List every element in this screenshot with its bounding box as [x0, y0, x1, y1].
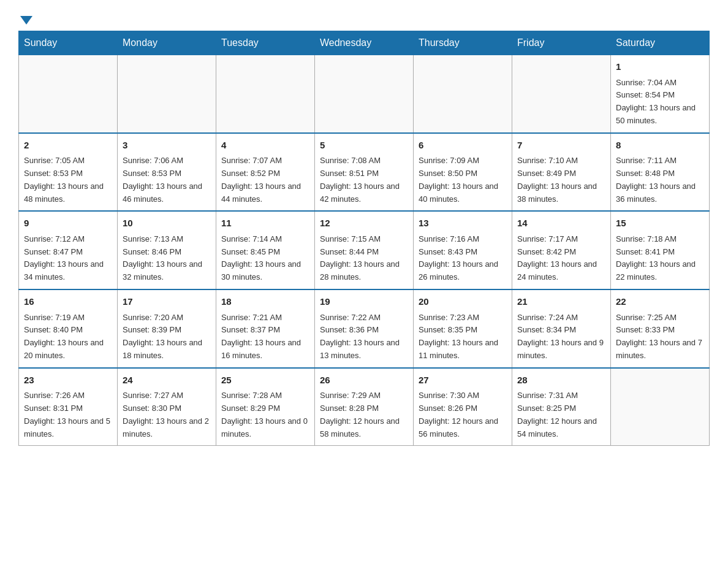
day-number: 24: [123, 373, 211, 388]
day-cell: 15Sunrise: 7:18 AM Sunset: 8:41 PM Dayli…: [611, 211, 710, 289]
day-cell: 22Sunrise: 7:25 AM Sunset: 8:33 PM Dayli…: [611, 289, 710, 368]
day-info: Sunrise: 7:13 AM Sunset: 8:46 PM Dayligh…: [123, 233, 211, 284]
day-cell: 5Sunrise: 7:08 AM Sunset: 8:51 PM Daylig…: [315, 133, 414, 212]
day-number: 5: [320, 139, 408, 153]
day-cell: 10Sunrise: 7:13 AM Sunset: 8:46 PM Dayli…: [118, 211, 216, 289]
day-info: Sunrise: 7:05 AM Sunset: 8:53 PM Dayligh…: [24, 155, 112, 205]
day-number: 4: [221, 139, 309, 153]
day-cell: 17Sunrise: 7:20 AM Sunset: 8:39 PM Dayli…: [118, 289, 216, 368]
day-info: Sunrise: 7:23 AM Sunset: 8:35 PM Dayligh…: [419, 312, 507, 362]
day-number: 10: [123, 216, 211, 231]
day-cell: [216, 55, 315, 133]
day-cell: 14Sunrise: 7:17 AM Sunset: 8:42 PM Dayli…: [512, 211, 611, 289]
day-info: Sunrise: 7:18 AM Sunset: 8:41 PM Dayligh…: [616, 233, 704, 284]
day-number: 26: [320, 373, 408, 388]
header-thursday: Thursday: [414, 31, 512, 55]
week-row-3: 9Sunrise: 7:12 AM Sunset: 8:47 PM Daylig…: [19, 211, 710, 289]
day-info: Sunrise: 7:31 AM Sunset: 8:25 PM Dayligh…: [517, 389, 605, 440]
day-number: 11: [221, 216, 309, 231]
day-number: 7: [517, 139, 605, 153]
day-number: 20: [419, 295, 507, 309]
day-number: 28: [517, 373, 605, 388]
day-cell: 20Sunrise: 7:23 AM Sunset: 8:35 PM Dayli…: [414, 289, 512, 368]
day-info: Sunrise: 7:21 AM Sunset: 8:37 PM Dayligh…: [221, 312, 309, 362]
day-number: 25: [221, 373, 309, 388]
day-cell: 1Sunrise: 7:04 AM Sunset: 8:54 PM Daylig…: [611, 55, 710, 133]
day-cell: 26Sunrise: 7:29 AM Sunset: 8:28 PM Dayli…: [315, 368, 414, 446]
day-info: Sunrise: 7:12 AM Sunset: 8:47 PM Dayligh…: [24, 233, 112, 284]
day-number: 15: [616, 216, 704, 231]
header-sunday: Sunday: [19, 31, 118, 55]
day-info: Sunrise: 7:04 AM Sunset: 8:54 PM Dayligh…: [616, 77, 704, 128]
day-cell: 24Sunrise: 7:27 AM Sunset: 8:30 PM Dayli…: [118, 368, 216, 446]
day-cell: 27Sunrise: 7:30 AM Sunset: 8:26 PM Dayli…: [414, 368, 512, 446]
day-number: 14: [517, 216, 605, 231]
day-info: Sunrise: 7:29 AM Sunset: 8:28 PM Dayligh…: [320, 389, 408, 440]
day-number: 2: [24, 139, 112, 153]
day-info: Sunrise: 7:27 AM Sunset: 8:30 PM Dayligh…: [123, 389, 211, 440]
header-row: SundayMondayTuesdayWednesdayThursdayFrid…: [19, 31, 710, 55]
logo: [18, 15, 32, 23]
calendar-table: SundayMondayTuesdayWednesdayThursdayFrid…: [18, 31, 710, 446]
day-info: Sunrise: 7:20 AM Sunset: 8:39 PM Dayligh…: [123, 312, 211, 362]
day-cell: [315, 55, 414, 133]
header-saturday: Saturday: [611, 31, 710, 55]
day-info: Sunrise: 7:30 AM Sunset: 8:26 PM Dayligh…: [419, 389, 507, 440]
header-friday: Friday: [512, 31, 611, 55]
header-wednesday: Wednesday: [315, 31, 414, 55]
day-cell: [414, 55, 512, 133]
header-tuesday: Tuesday: [216, 31, 315, 55]
day-cell: 21Sunrise: 7:24 AM Sunset: 8:34 PM Dayli…: [512, 289, 611, 368]
day-cell: 9Sunrise: 7:12 AM Sunset: 8:47 PM Daylig…: [19, 211, 118, 289]
day-cell: [19, 55, 118, 133]
day-info: Sunrise: 7:24 AM Sunset: 8:34 PM Dayligh…: [517, 312, 605, 362]
day-number: 3: [123, 139, 211, 153]
day-cell: 3Sunrise: 7:06 AM Sunset: 8:53 PM Daylig…: [118, 133, 216, 212]
day-cell: [611, 368, 710, 446]
day-info: Sunrise: 7:25 AM Sunset: 8:33 PM Dayligh…: [616, 312, 704, 362]
week-row-4: 16Sunrise: 7:19 AM Sunset: 8:40 PM Dayli…: [19, 289, 710, 368]
day-info: Sunrise: 7:16 AM Sunset: 8:43 PM Dayligh…: [419, 233, 507, 284]
day-number: 22: [616, 295, 704, 309]
day-cell: 18Sunrise: 7:21 AM Sunset: 8:37 PM Dayli…: [216, 289, 315, 368]
day-info: Sunrise: 7:06 AM Sunset: 8:53 PM Dayligh…: [123, 155, 211, 205]
day-info: Sunrise: 7:15 AM Sunset: 8:44 PM Dayligh…: [320, 233, 408, 284]
day-info: Sunrise: 7:17 AM Sunset: 8:42 PM Dayligh…: [517, 233, 605, 284]
day-number: 16: [24, 295, 112, 309]
day-info: Sunrise: 7:26 AM Sunset: 8:31 PM Dayligh…: [24, 389, 112, 440]
day-number: 21: [517, 295, 605, 309]
day-cell: 8Sunrise: 7:11 AM Sunset: 8:48 PM Daylig…: [611, 133, 710, 212]
day-cell: 13Sunrise: 7:16 AM Sunset: 8:43 PM Dayli…: [414, 211, 512, 289]
day-cell: 4Sunrise: 7:07 AM Sunset: 8:52 PM Daylig…: [216, 133, 315, 212]
day-cell: 7Sunrise: 7:10 AM Sunset: 8:49 PM Daylig…: [512, 133, 611, 212]
day-info: Sunrise: 7:07 AM Sunset: 8:52 PM Dayligh…: [221, 155, 309, 205]
day-info: Sunrise: 7:14 AM Sunset: 8:45 PM Dayligh…: [221, 233, 309, 284]
day-info: Sunrise: 7:19 AM Sunset: 8:40 PM Dayligh…: [24, 312, 112, 362]
day-number: 27: [419, 373, 507, 388]
day-number: 12: [320, 216, 408, 231]
day-cell: 19Sunrise: 7:22 AM Sunset: 8:36 PM Dayli…: [315, 289, 414, 368]
week-row-1: 1Sunrise: 7:04 AM Sunset: 8:54 PM Daylig…: [19, 55, 710, 133]
day-number: 1: [616, 60, 704, 74]
day-info: Sunrise: 7:09 AM Sunset: 8:50 PM Dayligh…: [419, 155, 507, 205]
week-row-2: 2Sunrise: 7:05 AM Sunset: 8:53 PM Daylig…: [19, 133, 710, 212]
day-number: 6: [419, 139, 507, 153]
day-number: 8: [616, 139, 704, 153]
day-number: 9: [24, 216, 112, 231]
page-header: [18, 15, 710, 23]
logo-arrow-icon: [20, 16, 32, 25]
day-cell: 2Sunrise: 7:05 AM Sunset: 8:53 PM Daylig…: [19, 133, 118, 212]
day-cell: 6Sunrise: 7:09 AM Sunset: 8:50 PM Daylig…: [414, 133, 512, 212]
day-cell: 16Sunrise: 7:19 AM Sunset: 8:40 PM Dayli…: [19, 289, 118, 368]
day-cell: 28Sunrise: 7:31 AM Sunset: 8:25 PM Dayli…: [512, 368, 611, 446]
day-info: Sunrise: 7:11 AM Sunset: 8:48 PM Dayligh…: [616, 155, 704, 205]
day-cell: [118, 55, 216, 133]
day-info: Sunrise: 7:22 AM Sunset: 8:36 PM Dayligh…: [320, 312, 408, 362]
day-number: 19: [320, 295, 408, 309]
day-info: Sunrise: 7:08 AM Sunset: 8:51 PM Dayligh…: [320, 155, 408, 205]
day-number: 23: [24, 373, 112, 388]
day-number: 13: [419, 216, 507, 231]
day-cell: 11Sunrise: 7:14 AM Sunset: 8:45 PM Dayli…: [216, 211, 315, 289]
week-row-5: 23Sunrise: 7:26 AM Sunset: 8:31 PM Dayli…: [19, 368, 710, 446]
day-number: 17: [123, 295, 211, 309]
